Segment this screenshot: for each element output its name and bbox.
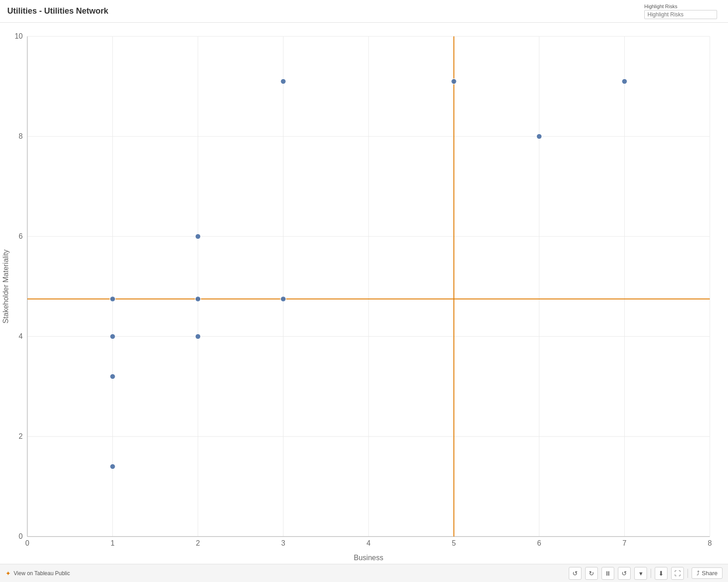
- pause-button[interactable]: ⏸: [602, 567, 614, 580]
- svg-text:6: 6: [19, 232, 23, 240]
- tableau-link[interactable]: ✦ View on Tableau Public: [5, 570, 70, 577]
- svg-text:8: 8: [19, 132, 23, 140]
- tableau-link-text: View on Tableau Public: [14, 570, 70, 577]
- bottom-bar: ✦ View on Tableau Public ↺ ↻ ⏸ ↺ ▾ ⬇ ⛶ ⤴…: [0, 564, 728, 582]
- svg-point-45: [195, 334, 201, 339]
- svg-text:4: 4: [367, 539, 371, 547]
- svg-text:1: 1: [111, 539, 115, 547]
- svg-text:Stakeholder Materiality: Stakeholder Materiality: [2, 250, 10, 324]
- svg-text:2: 2: [196, 539, 200, 547]
- svg-text:0: 0: [25, 539, 30, 547]
- svg-text:6: 6: [537, 539, 541, 547]
- page-title: Utilities - Utilities Network: [7, 6, 644, 16]
- share-label: Share: [702, 570, 718, 577]
- svg-point-44: [110, 334, 116, 339]
- top-bar: Utilities - Utilities Network Highlight …: [0, 0, 728, 23]
- svg-text:0: 0: [19, 532, 23, 540]
- svg-point-42: [195, 296, 201, 302]
- separator: [651, 569, 651, 578]
- svg-text:4: 4: [19, 332, 23, 340]
- svg-text:8: 8: [708, 539, 712, 547]
- bottom-right-controls: ↺ ↻ ⏸ ↺ ▾ ⬇ ⛶ ⤴ Share: [569, 567, 723, 580]
- share-button[interactable]: ⤴ Share: [692, 567, 723, 579]
- chart-container: 0123456780246810BusinessStakeholder Mate…: [0, 23, 728, 564]
- svg-text:7: 7: [622, 539, 627, 547]
- svg-point-46: [110, 374, 116, 379]
- svg-point-36: [281, 79, 286, 84]
- fullscreen-button[interactable]: ⛶: [671, 567, 684, 580]
- svg-point-40: [195, 234, 201, 239]
- highlight-risks-input[interactable]: [644, 10, 717, 19]
- separator2: [688, 569, 688, 578]
- refresh-button[interactable]: ↺: [618, 567, 631, 580]
- svg-point-43: [281, 296, 286, 302]
- svg-text:10: 10: [15, 32, 23, 40]
- download-button[interactable]: ⬇: [655, 567, 667, 580]
- svg-point-39: [536, 134, 542, 139]
- svg-text:3: 3: [281, 539, 285, 547]
- undo-button[interactable]: ↺: [569, 567, 581, 580]
- svg-text:Business: Business: [354, 554, 384, 562]
- svg-point-41: [110, 296, 116, 302]
- svg-point-37: [451, 79, 457, 84]
- svg-text:5: 5: [452, 539, 456, 547]
- highlight-risks-label: Highlight Risks: [644, 4, 677, 9]
- svg-point-38: [622, 79, 627, 84]
- more-button[interactable]: ▾: [634, 567, 647, 580]
- highlight-risks-container: Highlight Risks: [644, 4, 717, 19]
- svg-point-47: [110, 464, 116, 469]
- share-icon: ⤴: [697, 570, 700, 577]
- redo-button[interactable]: ↻: [585, 567, 598, 580]
- tableau-icon: ✦: [5, 570, 11, 577]
- chart-svg: 0123456780246810BusinessStakeholder Mate…: [0, 23, 728, 564]
- svg-text:2: 2: [19, 432, 23, 440]
